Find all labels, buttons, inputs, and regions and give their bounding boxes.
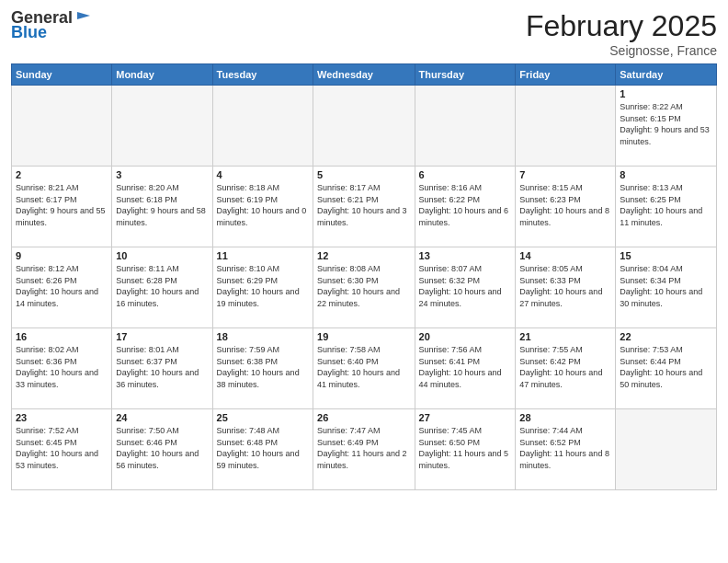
day-info: Sunrise: 8:08 AM Sunset: 6:30 PM Dayligh…: [317, 263, 410, 309]
day-number: 21: [519, 331, 611, 342]
day-info: Sunrise: 7:53 AM Sunset: 6:44 PM Dayligh…: [620, 344, 712, 390]
day-info: Sunrise: 8:02 AM Sunset: 6:36 PM Dayligh…: [16, 344, 108, 390]
table-cell: 15Sunrise: 8:04 AM Sunset: 6:34 PM Dayli…: [616, 247, 717, 328]
day-info: Sunrise: 7:50 AM Sunset: 6:46 PM Dayligh…: [116, 425, 208, 471]
table-cell: 12Sunrise: 8:08 AM Sunset: 6:30 PM Dayli…: [313, 247, 415, 328]
day-info: Sunrise: 8:10 AM Sunset: 6:29 PM Dayligh…: [217, 263, 309, 309]
day-info: Sunrise: 7:47 AM Sunset: 6:49 PM Dayligh…: [317, 425, 410, 471]
col-tuesday: Tuesday: [212, 64, 313, 86]
day-info: Sunrise: 8:15 AM Sunset: 6:23 PM Dayligh…: [519, 182, 611, 228]
calendar-week-2: 2Sunrise: 8:21 AM Sunset: 6:17 PM Daylig…: [12, 167, 717, 247]
table-cell: 14Sunrise: 8:05 AM Sunset: 6:33 PM Dayli…: [516, 247, 616, 328]
table-cell: 25Sunrise: 7:48 AM Sunset: 6:48 PM Dayli…: [212, 409, 313, 490]
page-container: General Blue February 2025 Seignosse, Fr…: [0, 0, 728, 500]
col-monday: Monday: [112, 64, 212, 86]
day-info: Sunrise: 7:55 AM Sunset: 6:42 PM Dayligh…: [519, 344, 611, 390]
col-thursday: Thursday: [415, 64, 516, 86]
table-cell: 23Sunrise: 7:52 AM Sunset: 6:45 PM Dayli…: [12, 409, 112, 490]
day-info: Sunrise: 8:13 AM Sunset: 6:25 PM Dayligh…: [620, 182, 712, 228]
calendar-week-5: 23Sunrise: 7:52 AM Sunset: 6:45 PM Dayli…: [12, 409, 717, 490]
table-cell: 1Sunrise: 8:22 AM Sunset: 6:15 PM Daylig…: [616, 86, 717, 167]
day-number: 19: [317, 331, 410, 342]
day-number: 8: [620, 169, 712, 180]
day-info: Sunrise: 7:59 AM Sunset: 6:38 PM Dayligh…: [217, 344, 309, 390]
svg-marker-0: [77, 12, 90, 19]
day-info: Sunrise: 8:20 AM Sunset: 6:18 PM Dayligh…: [116, 182, 208, 228]
day-number: 14: [519, 250, 611, 261]
table-cell: 21Sunrise: 7:55 AM Sunset: 6:42 PM Dayli…: [516, 328, 616, 409]
day-number: 11: [217, 250, 309, 261]
day-number: 25: [217, 412, 309, 423]
day-number: 10: [116, 250, 208, 261]
table-cell: 2Sunrise: 8:21 AM Sunset: 6:17 PM Daylig…: [12, 167, 112, 247]
day-info: Sunrise: 8:12 AM Sunset: 6:26 PM Dayligh…: [16, 263, 108, 309]
table-cell: 8Sunrise: 8:13 AM Sunset: 6:25 PM Daylig…: [616, 167, 717, 247]
day-number: 28: [519, 412, 611, 423]
day-number: 13: [419, 250, 512, 261]
table-cell: 7Sunrise: 8:15 AM Sunset: 6:23 PM Daylig…: [516, 167, 616, 247]
day-info: Sunrise: 8:01 AM Sunset: 6:37 PM Dayligh…: [116, 344, 208, 390]
calendar-header-row: Sunday Monday Tuesday Wednesday Thursday…: [12, 64, 717, 86]
calendar-week-3: 9Sunrise: 8:12 AM Sunset: 6:26 PM Daylig…: [12, 247, 717, 328]
subtitle: Seignosse, France: [526, 43, 717, 58]
table-cell: [112, 86, 212, 167]
calendar-week-1: 1Sunrise: 8:22 AM Sunset: 6:15 PM Daylig…: [12, 86, 717, 167]
day-info: Sunrise: 8:22 AM Sunset: 6:15 PM Dayligh…: [620, 101, 712, 147]
day-number: 5: [317, 169, 410, 180]
day-info: Sunrise: 8:04 AM Sunset: 6:34 PM Dayligh…: [620, 263, 712, 309]
day-number: 9: [16, 250, 108, 261]
logo-blue-text: Blue: [11, 24, 47, 42]
day-info: Sunrise: 8:18 AM Sunset: 6:19 PM Dayligh…: [217, 182, 309, 228]
day-info: Sunrise: 8:05 AM Sunset: 6:33 PM Dayligh…: [519, 263, 611, 309]
day-number: 16: [16, 331, 108, 342]
table-cell: 17Sunrise: 8:01 AM Sunset: 6:37 PM Dayli…: [112, 328, 212, 409]
day-info: Sunrise: 7:58 AM Sunset: 6:40 PM Dayligh…: [317, 344, 410, 390]
day-number: 27: [419, 412, 512, 423]
table-cell: 16Sunrise: 8:02 AM Sunset: 6:36 PM Dayli…: [12, 328, 112, 409]
day-info: Sunrise: 7:45 AM Sunset: 6:50 PM Dayligh…: [419, 425, 512, 471]
day-number: 1: [620, 88, 712, 99]
col-sunday: Sunday: [12, 64, 112, 86]
col-wednesday: Wednesday: [313, 64, 415, 86]
table-cell: 10Sunrise: 8:11 AM Sunset: 6:28 PM Dayli…: [112, 247, 212, 328]
table-cell: 18Sunrise: 7:59 AM Sunset: 6:38 PM Dayli…: [212, 328, 313, 409]
day-number: 17: [116, 331, 208, 342]
day-number: 7: [519, 169, 611, 180]
day-info: Sunrise: 7:52 AM Sunset: 6:45 PM Dayligh…: [16, 425, 108, 471]
day-number: 22: [620, 331, 712, 342]
calendar-table: Sunday Monday Tuesday Wednesday Thursday…: [11, 63, 717, 490]
day-info: Sunrise: 8:21 AM Sunset: 6:17 PM Dayligh…: [16, 182, 108, 228]
day-number: 24: [116, 412, 208, 423]
logo: General Blue: [11, 9, 92, 42]
day-info: Sunrise: 8:16 AM Sunset: 6:22 PM Dayligh…: [419, 182, 512, 228]
table-cell: 6Sunrise: 8:16 AM Sunset: 6:22 PM Daylig…: [415, 167, 516, 247]
day-info: Sunrise: 7:48 AM Sunset: 6:48 PM Dayligh…: [217, 425, 309, 471]
table-cell: [516, 86, 616, 167]
table-cell: 22Sunrise: 7:53 AM Sunset: 6:44 PM Dayli…: [616, 328, 717, 409]
col-friday: Friday: [516, 64, 616, 86]
day-info: Sunrise: 7:44 AM Sunset: 6:52 PM Dayligh…: [519, 425, 611, 471]
title-block: February 2025 Seignosse, France: [526, 9, 717, 58]
table-cell: 27Sunrise: 7:45 AM Sunset: 6:50 PM Dayli…: [415, 409, 516, 490]
table-cell: [616, 409, 717, 490]
day-info: Sunrise: 7:56 AM Sunset: 6:41 PM Dayligh…: [419, 344, 512, 390]
day-info: Sunrise: 8:07 AM Sunset: 6:32 PM Dayligh…: [419, 263, 512, 309]
day-number: 4: [217, 169, 309, 180]
table-cell: 9Sunrise: 8:12 AM Sunset: 6:26 PM Daylig…: [12, 247, 112, 328]
day-number: 12: [317, 250, 410, 261]
table-cell: [313, 86, 415, 167]
day-number: 3: [116, 169, 208, 180]
table-cell: 19Sunrise: 7:58 AM Sunset: 6:40 PM Dayli…: [313, 328, 415, 409]
table-cell: 11Sunrise: 8:10 AM Sunset: 6:29 PM Dayli…: [212, 247, 313, 328]
day-number: 26: [317, 412, 410, 423]
table-cell: 26Sunrise: 7:47 AM Sunset: 6:49 PM Dayli…: [313, 409, 415, 490]
day-number: 18: [217, 331, 309, 342]
month-title: February 2025: [526, 9, 717, 43]
table-cell: 28Sunrise: 7:44 AM Sunset: 6:52 PM Dayli…: [516, 409, 616, 490]
table-cell: [415, 86, 516, 167]
calendar-week-4: 16Sunrise: 8:02 AM Sunset: 6:36 PM Dayli…: [12, 328, 717, 409]
day-number: 20: [419, 331, 512, 342]
day-info: Sunrise: 8:17 AM Sunset: 6:21 PM Dayligh…: [317, 182, 410, 228]
table-cell: 20Sunrise: 7:56 AM Sunset: 6:41 PM Dayli…: [415, 328, 516, 409]
header: General Blue February 2025 Seignosse, Fr…: [11, 9, 717, 58]
